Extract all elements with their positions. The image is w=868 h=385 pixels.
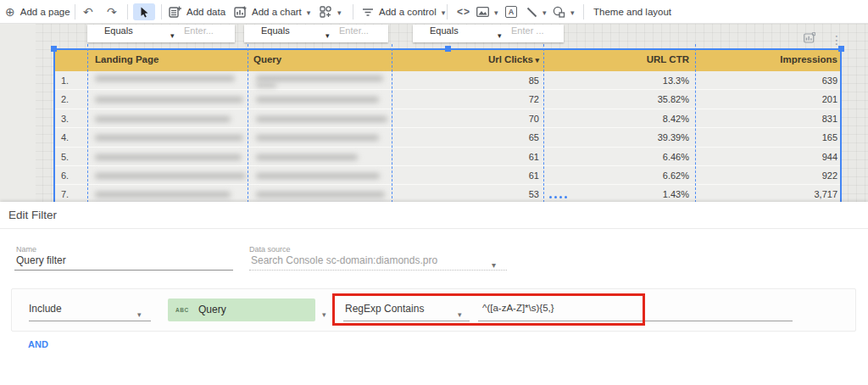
header-landing-page[interactable]: Landing Page bbox=[95, 54, 159, 64]
column-divider[interactable] bbox=[248, 44, 248, 202]
chevron-down-icon bbox=[494, 7, 498, 17]
blurred-query-cell bbox=[256, 173, 380, 179]
add-page-button[interactable]: Add a page bbox=[5, 0, 70, 24]
input-underline bbox=[29, 321, 151, 321]
chevron-down-icon[interactable] bbox=[326, 26, 330, 42]
chevron-down-icon bbox=[337, 7, 342, 17]
url-clicks-cell: 85 bbox=[392, 75, 539, 86]
filter-operator[interactable]: Equals bbox=[261, 25, 290, 36]
url-ctr-cell: 6.62% bbox=[543, 170, 689, 181]
column-divider[interactable] bbox=[695, 44, 696, 202]
header-impressions[interactable]: Impressions bbox=[695, 54, 837, 64]
filter-value-input[interactable]: Enter... bbox=[184, 25, 214, 36]
toolbar-divider bbox=[447, 4, 448, 20]
theme-and-layout-button[interactable]: Theme and layout bbox=[593, 0, 671, 24]
blurred-landing-page-cell bbox=[95, 154, 242, 160]
header-url-clicks[interactable]: Url Clicks bbox=[392, 54, 539, 64]
url-clicks-cell: 72 bbox=[392, 94, 539, 104]
field-chip-label: Query bbox=[198, 304, 226, 315]
add-data-label: Add data bbox=[186, 7, 225, 17]
filter-control-3[interactable]: Equals Enter ... bbox=[413, 25, 564, 42]
impressions-cell: 201 bbox=[695, 94, 837, 104]
report-canvas[interactable]: Equals Enter... Equals Enter... Equals E… bbox=[0, 24, 868, 202]
column-divider[interactable] bbox=[543, 44, 544, 202]
clause-select[interactable]: Include bbox=[29, 303, 62, 315]
filter-value-input[interactable]: Enter ... bbox=[511, 25, 544, 36]
header-query[interactable]: Query bbox=[253, 54, 281, 64]
add-chart-button[interactable]: Add a chart bbox=[234, 0, 310, 24]
filter-control-1[interactable]: Equals Enter... bbox=[87, 25, 235, 42]
field-chip-query[interactable]: ABC Query bbox=[168, 299, 315, 321]
filter-value-input[interactable]: Enter... bbox=[339, 25, 369, 36]
chevron-down-icon[interactable] bbox=[322, 305, 326, 321]
editor-toolbar: Add a page Add data Add a chart bbox=[0, 0, 868, 24]
undo-button[interactable] bbox=[83, 0, 93, 24]
select-tool-button[interactable] bbox=[133, 3, 155, 20]
resize-handle-bottom-dots[interactable] bbox=[549, 196, 567, 198]
image-icon bbox=[476, 7, 489, 17]
row-index: 3. bbox=[61, 114, 69, 124]
row-index: 4. bbox=[61, 132, 69, 142]
add-chart-label: Add a chart bbox=[252, 7, 302, 17]
report-table[interactable]: Landing Page Query Url Clicks URL CTR Im… bbox=[53, 48, 842, 202]
chevron-down-icon[interactable] bbox=[498, 26, 502, 42]
table-row: 2.7235.82%201 bbox=[55, 90, 840, 109]
resize-handle-top-middle[interactable] bbox=[445, 46, 451, 52]
header-url-clicks-label: Url Clicks bbox=[488, 54, 533, 64]
insert-line-button[interactable] bbox=[526, 0, 547, 24]
input-underline bbox=[14, 270, 233, 271]
community-viz-button[interactable] bbox=[320, 0, 342, 24]
line-icon bbox=[526, 7, 537, 18]
column-divider[interactable] bbox=[392, 44, 392, 202]
table-row: 1.8513.3%639 bbox=[55, 71, 840, 90]
chevron-down-icon[interactable] bbox=[170, 26, 175, 42]
data-source-select[interactable]: Search Console sc-domain:diamonds.pro bbox=[251, 254, 437, 266]
blurred-query-cell bbox=[256, 154, 358, 160]
insert-shape-button[interactable] bbox=[553, 0, 575, 24]
filter-operator[interactable]: Equals bbox=[104, 25, 133, 36]
add-control-button[interactable]: Add a control bbox=[362, 0, 445, 24]
toolbar-divider bbox=[75, 4, 75, 20]
header-url-ctr[interactable]: URL CTR bbox=[543, 54, 689, 64]
canvas-margin bbox=[0, 24, 36, 202]
add-data-button[interactable]: Add data bbox=[169, 0, 225, 24]
chevron-down-icon bbox=[542, 7, 547, 17]
impressions-cell: 639 bbox=[695, 75, 837, 86]
blurred-landing-page-cell bbox=[95, 192, 231, 198]
filter-name-input[interactable]: Query filter bbox=[16, 254, 66, 266]
chevron-down-icon[interactable] bbox=[492, 256, 496, 271]
impressions-cell: 922 bbox=[695, 170, 837, 181]
redo-button[interactable] bbox=[107, 0, 117, 24]
row-index: 5. bbox=[61, 152, 69, 162]
add-chart-icon bbox=[234, 6, 247, 18]
resize-handle-top-left[interactable] bbox=[51, 46, 57, 52]
shape-icon bbox=[553, 6, 565, 18]
url-clicks-cell: 53 bbox=[392, 189, 539, 199]
column-divider[interactable] bbox=[87, 44, 88, 202]
table-row: 5.616.46%944 bbox=[55, 148, 840, 166]
toolbar-divider bbox=[127, 4, 128, 20]
url-clicks-cell: 61 bbox=[392, 170, 539, 181]
filter-operator[interactable]: Equals bbox=[430, 25, 459, 36]
table-rows: 1.8513.3%6392.7235.82%2013.708.42%8314.6… bbox=[55, 71, 840, 202]
impressions-cell: 831 bbox=[695, 114, 837, 124]
input-underline bbox=[249, 270, 507, 271]
table-row: 4.6539.39%165 bbox=[55, 128, 840, 147]
and-clause-button[interactable]: AND bbox=[28, 339, 48, 349]
url-clicks-cell: 65 bbox=[392, 132, 539, 142]
blurred-landing-page-cell bbox=[95, 173, 246, 179]
impressions-cell: 3,717 bbox=[695, 189, 837, 199]
chevron-down-icon[interactable] bbox=[137, 305, 142, 321]
embed-code-button[interactable]: <> bbox=[457, 0, 470, 24]
toolbar-divider bbox=[353, 4, 353, 20]
add-data-icon bbox=[169, 6, 181, 18]
row-index: 1. bbox=[61, 75, 69, 86]
blurred-query-cell bbox=[256, 97, 379, 103]
blurred-landing-page-cell bbox=[95, 97, 243, 103]
insert-image-button[interactable] bbox=[476, 0, 498, 24]
filter-control-2[interactable]: Equals Enter... bbox=[244, 25, 388, 42]
chart-settings-icon[interactable] bbox=[804, 32, 815, 43]
resize-handle-top-right[interactable] bbox=[838, 46, 844, 52]
redo-icon bbox=[107, 5, 117, 19]
insert-text-button[interactable]: A bbox=[505, 0, 517, 24]
